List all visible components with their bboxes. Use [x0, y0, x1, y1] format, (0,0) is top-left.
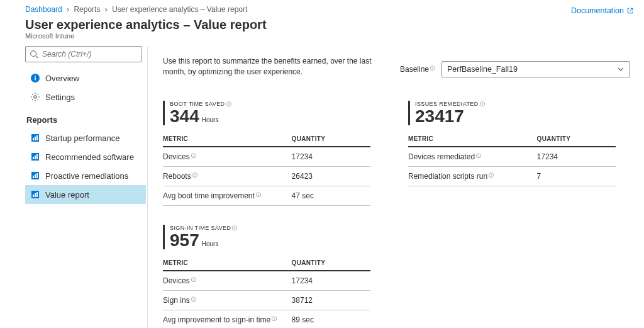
intro-text: Use this report to summarize the benefit… — [163, 56, 377, 78]
svg-point-0 — [31, 51, 36, 57]
report-icon — [30, 152, 40, 162]
col-metric: METRIC — [163, 256, 292, 271]
baseline-value: PerfBaseline_Fall19 — [447, 65, 518, 74]
svg-point-5 — [34, 96, 36, 98]
metric-table: METRICQUANTITY Devicesⓘ17234 Sign insⓘ38… — [163, 256, 370, 328]
svg-rect-21 — [36, 192, 38, 197]
sidebar-item-label: Value report — [45, 190, 89, 200]
col-metric: METRIC — [408, 132, 537, 147]
sidebar-item-value-report[interactable]: Value report — [25, 185, 146, 204]
documentation-label: Documentation — [571, 6, 624, 15]
card-issues-remediated: ISSUES REMEDIATEDⓘ 23417 METRICQUANTITY … — [408, 101, 616, 186]
sidebar-item-startup-performance[interactable]: Startup performance — [25, 128, 146, 147]
metric-table: METRICQUANTITY Devicesⓘ17234 Rebootsⓘ264… — [163, 132, 370, 206]
sidebar: Overview Settings Reports Startup perfor… — [25, 46, 148, 328]
chevron-down-icon — [617, 65, 625, 73]
svg-rect-15 — [33, 176, 34, 178]
card-sign-in-time-saved: SIGN-IN TIME SAVEDⓘ 957 Hours METRICQUAN… — [163, 225, 370, 328]
card-value: 23417 — [415, 108, 464, 125]
info-indicator-icon: ⓘ — [226, 101, 231, 107]
card-unit: Hours — [202, 116, 219, 123]
sidebar-item-label: Overview — [45, 74, 79, 83]
svg-rect-7 — [33, 138, 34, 140]
table-row: Avg boot time improvementⓘ47 sec — [163, 186, 370, 205]
info-indicator-icon: ⓘ — [232, 225, 237, 231]
table-row: Remediation scripts runⓘ7 — [408, 166, 616, 186]
gear-icon — [30, 92, 40, 102]
col-quantity: QUANTITY — [537, 132, 616, 147]
report-icon — [30, 189, 40, 200]
col-quantity: QUANTITY — [292, 132, 370, 147]
svg-line-1 — [36, 56, 38, 59]
sidebar-item-label: Proactive remediations — [45, 171, 128, 181]
sidebar-item-proactive-remediations[interactable]: Proactive remediations — [25, 166, 146, 185]
report-icon — [30, 171, 40, 181]
search-icon — [30, 50, 38, 59]
documentation-link[interactable]: Documentation — [571, 5, 634, 15]
table-row: Devicesⓘ17234 — [163, 147, 370, 167]
svg-rect-9 — [36, 135, 38, 140]
sidebar-item-label: Startup performance — [45, 133, 120, 143]
breadcrumb-reports[interactable]: Reports — [74, 5, 100, 14]
content: Use this report to summarize the benefit… — [148, 46, 644, 328]
sidebar-item-label: Settings — [45, 93, 75, 102]
svg-rect-17 — [36, 173, 38, 178]
breadcrumb-dashboard[interactable]: Dashboard — [25, 5, 62, 14]
chevron-right-icon: › — [105, 5, 108, 14]
card-boot-time-saved: BOOT TIME SAVEDⓘ 344 Hours METRICQUANTIT… — [163, 101, 370, 206]
card-value: 957 — [170, 232, 199, 249]
table-row: Sign insⓘ38712 — [163, 290, 370, 310]
table-row: Devices remediatedⓘ17234 — [408, 147, 616, 167]
metric-table: METRICQUANTITY Devices remediatedⓘ17234 … — [408, 132, 616, 186]
breadcrumb: Dashboard › Reports › User experience an… — [25, 5, 247, 14]
svg-rect-13 — [36, 154, 38, 159]
svg-rect-12 — [35, 156, 36, 159]
info-indicator-icon: ⓘ — [480, 101, 485, 107]
baseline-select[interactable]: PerfBaseline_Fall19 — [441, 61, 630, 77]
info-indicator-icon: ⓘ — [430, 65, 435, 71]
breadcrumb-current: User experience analytics – Value report — [112, 5, 247, 14]
table-row: Avg improvement to sign-in timeⓘ89 sec — [163, 310, 370, 328]
svg-rect-8 — [35, 137, 36, 140]
table-row: Rebootsⓘ26423 — [163, 166, 370, 186]
sidebar-section-reports: Reports — [25, 106, 146, 128]
col-metric: METRIC — [163, 132, 292, 147]
sidebar-item-label: Recommended software — [45, 152, 134, 162]
baseline-label: Baselineⓘ — [400, 65, 435, 74]
svg-rect-20 — [35, 193, 36, 197]
page-subtitle: Microsoft Intune — [25, 32, 634, 40]
svg-rect-4 — [35, 76, 36, 77]
svg-rect-16 — [35, 174, 36, 178]
sidebar-item-settings[interactable]: Settings — [25, 88, 146, 106]
table-row: Devicesⓘ17234 — [163, 271, 370, 291]
page-title: User experience analytics – Value report — [25, 18, 634, 32]
sidebar-item-overview[interactable]: Overview — [25, 69, 146, 88]
col-quantity: QUANTITY — [292, 256, 370, 271]
svg-rect-11 — [33, 157, 34, 159]
card-value: 344 — [170, 108, 199, 125]
search-input[interactable] — [42, 50, 138, 59]
svg-rect-3 — [35, 77, 36, 81]
external-link-icon — [626, 7, 634, 14]
sidebar-item-recommended-software[interactable]: Recommended software — [25, 147, 146, 166]
search-box[interactable] — [25, 46, 142, 62]
info-icon — [30, 73, 40, 83]
svg-rect-19 — [33, 195, 34, 197]
card-unit: Hours — [202, 240, 219, 247]
report-icon — [30, 133, 40, 143]
chevron-right-icon: › — [67, 5, 69, 14]
